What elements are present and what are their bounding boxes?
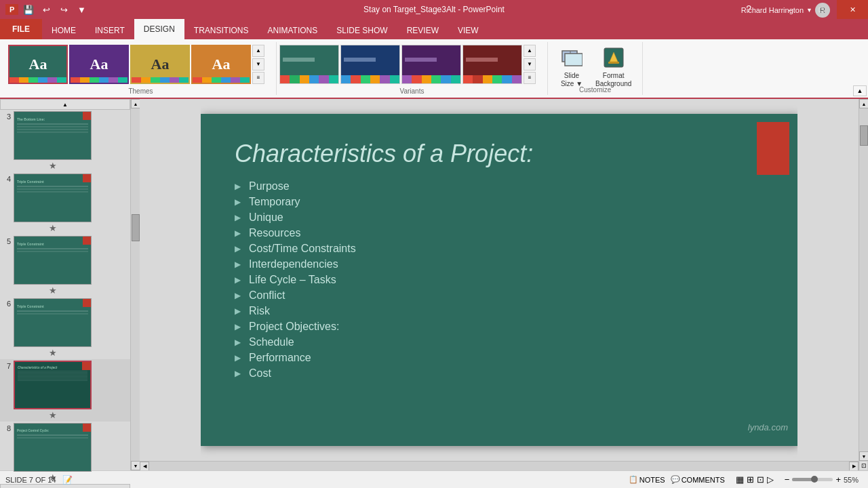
tab-transitions[interactable]: TRANSITIONS [184, 22, 258, 39]
variant-item-2[interactable] [340, 45, 400, 84]
right-scrollbar-track[interactable] [859, 108, 868, 451]
tab-review[interactable]: REVIEW [397, 22, 448, 39]
slide-item-4[interactable]: 4 Triple Constraint ★ [0, 172, 130, 235]
notes-button[interactable]: 📋 NOTES [629, 475, 665, 484]
variants-scroll-up[interactable]: ▲ [524, 45, 536, 57]
slideshow-button[interactable]: ▷ [767, 474, 774, 485]
slide-panel: ▲ 3 The Bottom Line: ★ 4 [0, 99, 130, 470]
view-buttons: ▦ ⊞ ⊡ ▷ [736, 474, 774, 485]
collapse-ribbon-button[interactable]: ▲ [853, 85, 867, 96]
slide-title: Characteristics of a Project: [201, 114, 797, 175]
zoom-slider[interactable] [792, 478, 833, 481]
save-button[interactable]: 💾 [21, 2, 36, 17]
slide-item-3[interactable]: 3 The Bottom Line: ★ [0, 110, 130, 172]
tab-file[interactable]: FILE [0, 19, 42, 39]
normal-view-button[interactable]: ▦ [736, 474, 744, 485]
bullet-arrow-1: ▶ [235, 182, 241, 191]
redo-button[interactable]: ↪ [56, 2, 71, 17]
tab-animations[interactable]: ANIMATIONS [258, 22, 327, 39]
themes-scroll-down[interactable]: ▼ [252, 58, 264, 70]
close-button[interactable]: ✕ [837, 0, 868, 19]
zoom-slider-thumb[interactable] [811, 476, 818, 483]
bullet-project-objectives: ▶ Project Objectives: [235, 321, 764, 333]
theme-item-1[interactable]: Aa [8, 45, 68, 84]
maximize-button[interactable]: □ [806, 0, 837, 19]
panel-scrollbar: ▲ ▼ [130, 99, 140, 470]
customize-label: Customize [579, 86, 611, 94]
undo-button[interactable]: ↩ [39, 2, 54, 17]
theme-label-2: Aa [90, 56, 108, 73]
zoom-out-button[interactable]: − [785, 474, 790, 485]
customize-quick-access-button[interactable]: ▼ [74, 2, 89, 17]
slide-thumb-6: Triple Constraint [14, 298, 92, 347]
theme-color-bar-4 [193, 77, 250, 83]
panel-scrollbar-thumb[interactable] [132, 214, 140, 241]
window-title: Stay on Target_Stage3Alt - PowerPoint [363, 5, 505, 14]
theme-item-2[interactable]: Aa [69, 45, 129, 84]
status-right: 📋 NOTES 💬 COMMENTS ▦ ⊞ ⊡ ▷ − + 55% [629, 474, 863, 485]
slide-notes-toggle[interactable]: 📝 [62, 474, 74, 486]
slide-size-button[interactable]: SlideSize ▼ [559, 45, 585, 88]
reading-view-button[interactable]: ⊡ [757, 474, 764, 485]
right-scrollbar-up[interactable]: ▲ [859, 99, 868, 108]
tab-design[interactable]: DESIGN [134, 19, 184, 39]
slide-star-7: ★ [49, 410, 57, 420]
format-background-icon [601, 45, 627, 70]
variant-item-1[interactable] [279, 45, 339, 84]
zoom-control: − + 55% [785, 474, 863, 485]
customize-buttons: SlideSize ▼ FormatBackground [559, 45, 631, 88]
slide-number-7: 7 [1, 362, 11, 370]
slide-thumb-8: Project Control Cycle: [14, 423, 92, 472]
customize-group: SlideSize ▼ FormatBackground Customize [548, 42, 643, 95]
variants-more[interactable]: ≡ [524, 72, 536, 84]
variants-scroll-down[interactable]: ▼ [524, 58, 536, 70]
h-scroll-track[interactable] [149, 462, 849, 471]
h-scroll-left[interactable]: ◀ [140, 462, 149, 471]
bullet-arrow-8: ▶ [235, 291, 241, 300]
tab-home[interactable]: HOME [42, 22, 85, 39]
quick-access-toolbar: 💾 ↩ ↪ ▼ [21, 2, 89, 17]
bullet-unique: ▶ Unique [235, 211, 764, 224]
bullet-cost: ▶ Cost [235, 367, 764, 380]
tab-view[interactable]: VIEW [448, 22, 488, 39]
slide-item-7[interactable]: 7 Characteristics of a Project [0, 359, 130, 422]
panel-scroll-up[interactable]: ▲ [0, 99, 130, 110]
panel-scrollbar-down[interactable]: ▼ [131, 461, 140, 470]
zoom-in-button[interactable]: + [835, 474, 841, 485]
tab-insert[interactable]: INSERT [85, 22, 134, 39]
themes-row: Aa Aa Aa Aa [8, 42, 273, 86]
right-scrollbar-down[interactable]: ▼ [859, 451, 868, 461]
minimize-button[interactable]: – [774, 0, 806, 19]
notes-label: NOTES [639, 476, 665, 484]
help-button[interactable]: ? [746, 3, 751, 14]
slide-item-6[interactable]: 6 Triple Constraint ★ [0, 297, 130, 359]
bullet-arrow-13: ▶ [235, 369, 241, 378]
theme-color-bar-2 [71, 77, 127, 83]
tab-slideshow[interactable]: SLIDE SHOW [327, 22, 397, 39]
panel-scrollbar-up[interactable]: ▲ [131, 99, 140, 108]
bullet-arrow-10: ▶ [235, 322, 241, 331]
bullet-arrow-9: ▶ [235, 306, 241, 316]
format-background-button[interactable]: FormatBackground [595, 45, 631, 88]
bullet-conflict: ▶ Conflict [235, 289, 764, 302]
app-icon[interactable]: P [5, 4, 18, 15]
theme-item-3[interactable]: Aa [130, 45, 190, 84]
themes-more[interactable]: ≡ [252, 72, 264, 84]
comments-button[interactable]: 💬 COMMENTS [671, 475, 725, 484]
slide-star-4: ★ [49, 223, 57, 233]
h-scroll-right[interactable]: ▶ [849, 462, 859, 471]
resize-handle[interactable]: ⊡ [859, 461, 868, 470]
notes-icon: 📋 [629, 475, 638, 484]
slide-sorter-button[interactable]: ⊞ [747, 474, 754, 485]
variant-item-4[interactable] [462, 45, 522, 84]
variants-group: ▲ ▼ ≡ Variants [277, 42, 548, 95]
panel-scrollbar-track[interactable] [131, 108, 140, 461]
variant-item-3[interactable] [401, 45, 461, 84]
right-scrollbar-thumb[interactable] [860, 125, 868, 146]
svg-rect-4 [608, 62, 619, 64]
horizontal-scrollbar: ◀ ▶ [140, 461, 859, 470]
themes-scroll-up[interactable]: ▲ [252, 45, 264, 57]
slide-canvas[interactable]: Characteristics of a Project: ▶ Purpose … [201, 114, 797, 446]
slide-item-5[interactable]: 5 Triple Constraint ★ [0, 235, 130, 297]
theme-item-4[interactable]: Aa [191, 45, 251, 84]
